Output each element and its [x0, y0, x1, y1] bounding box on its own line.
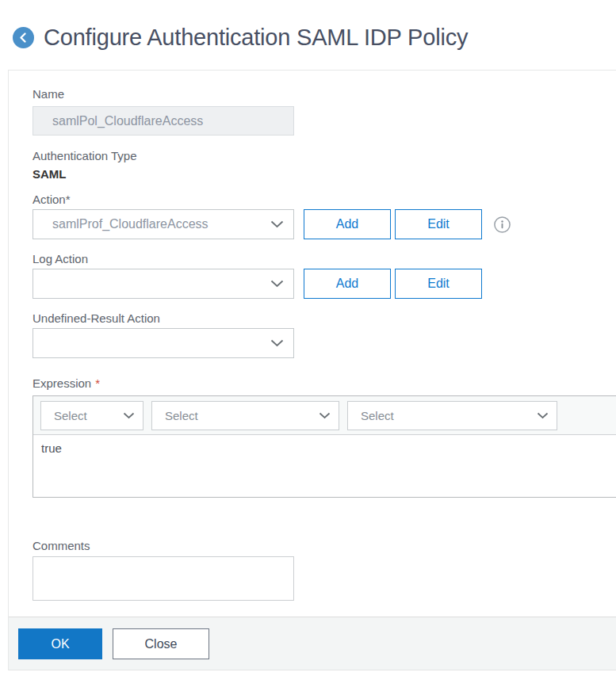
info-icon[interactable]	[493, 216, 511, 234]
log-action-select[interactable]	[33, 269, 294, 299]
chevron-down-icon	[319, 412, 331, 419]
expression-label-text: Expression	[33, 376, 91, 390]
undefined-result-action-group: Undefined-Result Action	[33, 311, 616, 358]
name-input[interactable]	[33, 106, 294, 136]
expression-editor: Select Select Select	[33, 395, 616, 498]
chevron-down-icon	[123, 412, 135, 419]
comments-input[interactable]	[33, 556, 294, 601]
back-button[interactable]	[13, 27, 34, 48]
authentication-type-group: Authentication Type SAML	[33, 148, 616, 181]
log-action-add-button[interactable]: Add	[304, 269, 391, 299]
action-select[interactable]: samlProf_CloudflareAccess	[33, 209, 294, 239]
undefined-result-action-label: Undefined-Result Action	[33, 311, 616, 326]
expression-select-3-value: Select	[361, 409, 394, 422]
action-add-button[interactable]: Add	[304, 209, 391, 239]
chevron-down-icon	[270, 339, 284, 347]
expression-label: Expression*	[33, 376, 616, 391]
expression-input[interactable]: true	[33, 435, 616, 497]
action-select-value: samlProf_CloudflareAccess	[52, 217, 209, 231]
expression-select-1[interactable]: Select	[40, 401, 143, 430]
log-action-label: Log Action	[33, 251, 616, 267]
ok-button[interactable]: OK	[18, 628, 102, 659]
expression-select-2-value: Select	[165, 409, 198, 422]
name-label: Name	[33, 86, 616, 102]
log-action-field-group: Log Action Add Edit	[33, 251, 616, 299]
expression-field-group: Expression* Select Select	[33, 376, 616, 498]
log-action-edit-button[interactable]: Edit	[395, 269, 482, 299]
comments-label: Comments	[33, 538, 616, 554]
expression-select-3[interactable]: Select	[347, 401, 557, 430]
action-edit-button[interactable]: Edit	[395, 209, 482, 239]
form-panel: Name Authentication Type SAML Action* sa…	[8, 70, 616, 670]
expression-toolbar: Select Select Select	[33, 396, 616, 435]
chevron-down-icon	[270, 220, 284, 228]
undefined-result-action-select[interactable]	[33, 328, 294, 358]
chevron-down-icon	[537, 412, 549, 419]
expression-select-1-value: Select	[54, 409, 87, 422]
chevron-down-icon	[270, 280, 284, 288]
action-field-group: Action* samlProf_CloudflareAccess Add Ed…	[33, 192, 616, 239]
arrow-left-icon	[17, 32, 29, 44]
page-header: Configure Authentication SAML IDP Policy	[0, 0, 616, 70]
close-button[interactable]: Close	[113, 628, 209, 659]
required-asterisk: *	[95, 376, 100, 390]
expression-select-2[interactable]: Select	[151, 401, 339, 430]
name-field-group: Name	[33, 86, 616, 136]
authentication-type-label: Authentication Type	[33, 148, 616, 164]
action-label: Action*	[33, 192, 616, 208]
comments-field-group: Comments	[33, 538, 616, 601]
form-footer: OK Close	[9, 617, 616, 670]
page-title: Configure Authentication SAML IDP Policy	[44, 25, 468, 51]
authentication-type-value: SAML	[33, 166, 616, 181]
